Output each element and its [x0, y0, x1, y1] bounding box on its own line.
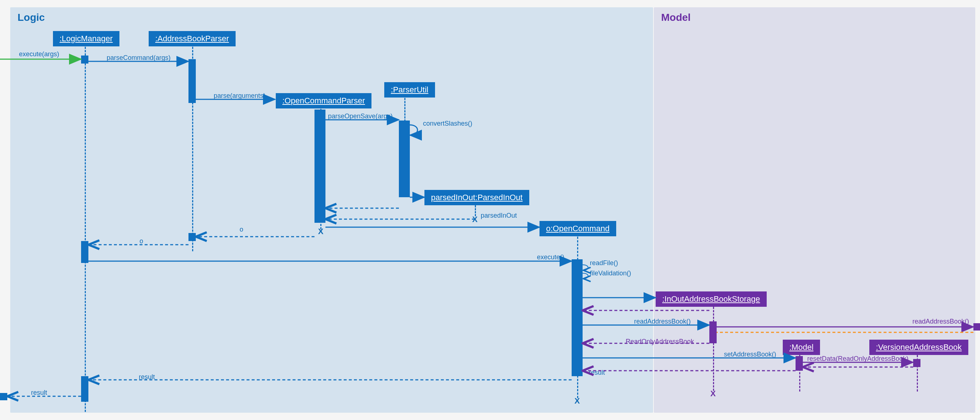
- msg-parsed-in-out: parsedInOut: [481, 212, 517, 220]
- msg-result2: result: [31, 389, 47, 397]
- msg-result-lm: result: [139, 373, 155, 381]
- abp-act1: [188, 59, 196, 103]
- logic-title: Logic: [18, 12, 45, 23]
- msg-convert-slashes: convertSlashes(): [423, 120, 472, 127]
- address-book-parser-box: :AddressBookParser: [149, 31, 235, 46]
- versioned-ab-box: :VersionedAddressBook: [869, 340, 968, 355]
- open-cmd-lifeline-bot: [577, 375, 578, 398]
- pu-act: [399, 121, 410, 197]
- lm-act2: [81, 241, 88, 263]
- vab-act: [913, 359, 921, 367]
- oc-destroy: X: [573, 397, 581, 405]
- lm-act3: [81, 376, 88, 402]
- msg-o2: o: [140, 237, 143, 245]
- model-box: :Model: [783, 340, 820, 355]
- ocp-destroy: X: [317, 228, 325, 235]
- open-command-parser-box: :OpenCommandParser: [276, 93, 371, 108]
- abp-act2: [188, 233, 196, 241]
- msg-read-address-book: readAddressBook(): [634, 318, 691, 325]
- in-out-storage-box: :InOutAddressBookStorage: [655, 291, 767, 307]
- parsed-in-out-box: parsedInOut:ParsedInOut: [425, 190, 529, 205]
- parser-util-box: :ParserUtil: [384, 82, 435, 97]
- msg-parse: parse(arguments): [214, 92, 266, 100]
- msg-read-file: readFile(): [590, 259, 618, 267]
- msg-parse-command: parseCommand(args): [107, 54, 170, 62]
- msg-parse-open-save: parseOpenSave(args): [328, 113, 393, 120]
- ext-right-act: [974, 323, 980, 331]
- storage-destroy: X: [710, 390, 717, 397]
- msg-file-validation: fileValidation(): [590, 269, 631, 277]
- lm-act1: [81, 56, 88, 64]
- model-act: [795, 356, 803, 371]
- ocp-act: [315, 110, 325, 223]
- msg-read-address-book2: readAddressBook(): [912, 318, 969, 325]
- msg-reset-data: resetData(ReadOnlyAddressBook): [807, 355, 908, 363]
- storage-act: [710, 321, 717, 343]
- msg-readonly-ab: ReadOnlyAddressBook: [626, 338, 694, 345]
- msg-set-address-book: setAddressBook(): [724, 351, 776, 358]
- parser-util-lifeline-top: [404, 98, 406, 122]
- oc-act: [572, 259, 582, 376]
- ext-left-act: [0, 393, 7, 400]
- msg-execute-args: execute(args): [19, 50, 59, 58]
- msg-o1: o: [240, 226, 243, 233]
- msg-result: result: [589, 369, 605, 377]
- open-command-box: o:OpenCommand: [539, 221, 616, 236]
- storage-lifeline: [713, 307, 714, 391]
- pio-destroy: X: [471, 216, 479, 223]
- logic-manager-lifeline: [85, 47, 86, 412]
- open-cmd-lifeline-top: [577, 237, 578, 260]
- logic-region: Logic: [10, 7, 653, 413]
- msg-execute: execute(): [537, 253, 564, 261]
- logic-manager-box: :LogicManager: [53, 31, 119, 46]
- model-title: Model: [661, 12, 691, 23]
